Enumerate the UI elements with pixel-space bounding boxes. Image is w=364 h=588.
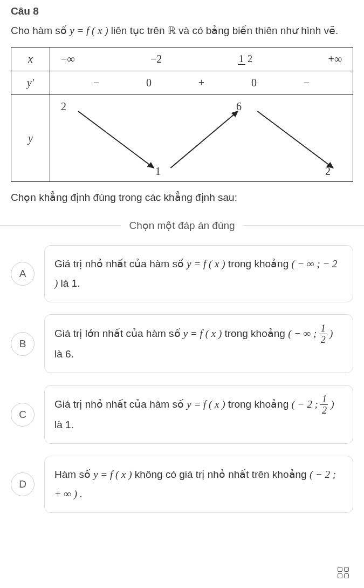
yprime-label: y′ <box>11 71 50 94</box>
instruction-text: Chọn một đáp án đúng <box>121 219 243 232</box>
svg-line-0 <box>78 111 154 168</box>
y-val-1: 1 <box>155 165 161 178</box>
choice-b[interactable]: B Giá trị lớn nhất của hàm số y = f ( x … <box>11 314 353 373</box>
yp-zero2: 0 <box>251 77 257 89</box>
intro-eq: y = f ( x ) <box>70 25 108 36</box>
choice-letter-b: B <box>11 332 35 356</box>
text: Giá trị nhỏ nhất của hàm số <box>54 398 187 410</box>
text: là 1. <box>54 419 74 430</box>
svg-line-1 <box>170 111 238 168</box>
table-row-y: y 2 1 6 2 <box>11 95 353 181</box>
text: Giá trị lớn nhất của hàm số <box>54 328 183 339</box>
x-values: −∞ −2 1 2 +∞ <box>50 48 353 71</box>
text: trong khoảng <box>225 258 292 269</box>
eq: y = f ( x ) <box>183 328 222 339</box>
choice-c[interactable]: C Giá trị nhỏ nhất của hàm số y = f ( x … <box>11 385 353 444</box>
frac-den: 2 <box>248 53 252 64</box>
intro-text: liên tục trên <box>111 25 168 36</box>
choice-body-a: Giá trị nhỏ nhất của hàm số y = f ( x ) … <box>44 245 353 302</box>
frac-half: 12 <box>319 323 327 344</box>
variation-arrows <box>50 95 353 181</box>
text: Hàm số <box>54 469 93 480</box>
frac-num: 1 <box>320 394 328 405</box>
frac-den: 2 <box>322 405 327 415</box>
choice-letter-c: C <box>11 403 35 427</box>
frac-half: 12 <box>320 394 328 415</box>
choice-letter-a: A <box>11 262 35 286</box>
text: là 1. <box>58 278 80 289</box>
table-row-x: x −∞ −2 1 2 +∞ <box>11 48 353 71</box>
frac-num: 1 <box>319 323 327 334</box>
text: trong khoảng <box>225 398 292 410</box>
interval-right: ) <box>327 328 333 339</box>
question-intro: Cho hàm số y = f ( x ) liên tục trên ℝ v… <box>11 23 353 39</box>
x-half: 1 2 <box>238 53 253 65</box>
eq: y = f ( x ) <box>187 258 225 269</box>
intro-text: Cho hàm số <box>11 25 70 36</box>
y-val-6: 6 <box>236 100 242 113</box>
instruction-row: Chọn một đáp án đúng <box>0 219 364 232</box>
yp-plus: + <box>198 77 204 89</box>
text: Giá trị nhỏ nhất của hàm số <box>54 258 187 269</box>
choice-d[interactable]: D Hàm số y = f ( x ) không có giá trị nh… <box>11 456 353 513</box>
text: trong khoảng <box>222 328 288 339</box>
choice-body-d: Hàm số y = f ( x ) không có giá trị nhỏ … <box>44 456 353 513</box>
y-val-2b: 2 <box>325 165 331 178</box>
interval-left: ( − 2 ; <box>292 398 321 410</box>
table-row-yprime: y′ − 0 + 0 − <box>11 71 353 95</box>
eq: y = f ( x ) <box>93 469 132 480</box>
interval-left: ( − ∞ ; <box>288 328 319 339</box>
choice-a[interactable]: A Giá trị nhỏ nhất của hàm số y = f ( x … <box>11 245 353 302</box>
intro-text: và có bảng biến thiên như hình vẽ. <box>178 25 338 36</box>
text: là 6. <box>54 348 74 360</box>
x-pos-inf: +∞ <box>328 53 342 65</box>
choice-letter-d: D <box>11 472 35 496</box>
real-symbol: ℝ <box>168 25 176 36</box>
y-graph: 2 1 6 2 <box>50 95 353 181</box>
variation-table: x −∞ −2 1 2 +∞ y′ − 0 + 0 − y <box>11 47 353 182</box>
svg-line-2 <box>257 111 333 168</box>
choice-body-b: Giá trị lớn nhất của hàm số y = f ( x ) … <box>44 314 353 373</box>
y-val-2a: 2 <box>61 100 66 113</box>
choice-body-c: Giá trị nhỏ nhất của hàm số y = f ( x ) … <box>44 385 353 444</box>
yprime-values: − 0 + 0 − <box>50 71 353 94</box>
yp-zero1: 0 <box>146 77 152 89</box>
frac-num: 1 <box>238 54 245 65</box>
x-label: x <box>11 48 50 71</box>
x-neg2: −2 <box>150 53 162 65</box>
yp-minus2: − <box>304 77 310 89</box>
question-number: Câu 8 <box>11 5 353 17</box>
eq: y = f ( x ) <box>187 398 225 410</box>
x-neg-inf: −∞ <box>61 53 75 65</box>
y-label: y <box>11 95 50 181</box>
text: không có giá trị nhỏ nhất trên khoảng <box>132 469 310 480</box>
interval-right: ) <box>328 398 334 410</box>
yp-minus1: − <box>93 77 99 89</box>
frac-den: 2 <box>321 334 326 344</box>
question-prompt: Chọn khẳng định đúng trong các khẳng địn… <box>11 190 353 206</box>
